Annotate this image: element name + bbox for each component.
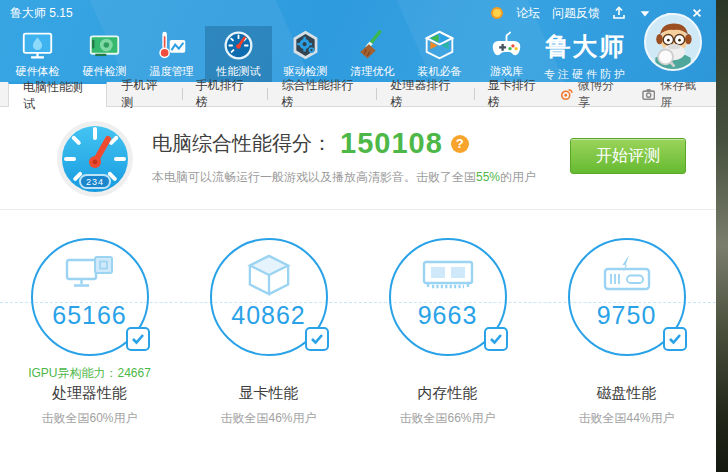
overall-score-label: 电脑综合性能得分： — [152, 130, 332, 157]
brand-slogan: 专注硬件防护 — [544, 67, 628, 82]
memory-score-circle: 9663 — [389, 238, 507, 356]
tab-cpu-ranking[interactable]: 处理器排行榜 — [376, 82, 473, 106]
category-scores-section: 65166 IGPU异构能力：24667 处理器性能 击败全国60%用户 — [0, 210, 716, 472]
memory-beat-text: 击败全国66%用户 — [399, 410, 495, 427]
tab-pc-performance-test[interactable]: 电脑性能测试 — [8, 82, 107, 107]
category-memory: 9663 内存性能 击败全国66%用户 — [358, 238, 537, 427]
gauge-icon: 234 — [56, 120, 134, 198]
close-button[interactable] — [690, 6, 704, 20]
nav-label: 温度管理 — [150, 64, 194, 79]
nav-item-hardware-detect[interactable]: 硬件检测 — [71, 26, 138, 82]
install-box-icon — [423, 29, 456, 62]
category-disk: 9750 磁盘性能 击败全国44%用户 — [537, 238, 716, 427]
share-icon[interactable] — [612, 6, 626, 20]
feedback-link[interactable]: 问题反馈 — [552, 5, 600, 22]
score-description: 本电脑可以流畅运行一般游戏以及播放高清影音。击败了全国55%的用户 — [152, 169, 536, 186]
cpu-beat-text: 击败全国60%用户 — [41, 410, 137, 427]
nav-label: 驱动检测 — [284, 64, 328, 79]
desktop-wallpaper-strip — [716, 0, 728, 472]
brand-name: 鲁大师 — [544, 30, 628, 63]
nav-label: 装机必备 — [418, 64, 462, 79]
check-icon — [126, 327, 150, 351]
cpu-score: 65166 — [52, 301, 127, 330]
save-screenshot-button[interactable]: 保存截屏 — [642, 77, 706, 111]
camera-icon — [642, 87, 655, 101]
gamepad-icon — [490, 29, 523, 62]
cpu-category-name: 处理器性能 — [52, 384, 127, 403]
tab-gpu-ranking[interactable]: 显卡排行榜 — [474, 82, 560, 106]
titlebar: 鲁大师 5.15 论坛 问题反馈 — [0, 0, 716, 26]
nav-item-hardware-checkup[interactable]: 硬件体检 — [4, 26, 71, 82]
nav-label: 清理优化 — [351, 64, 395, 79]
weibo-share-label: 微博分享 — [578, 77, 624, 111]
tab-phone-review[interactable]: 手机评测 — [107, 82, 181, 106]
caret-down-icon[interactable] — [638, 6, 652, 20]
thermometer-chart-icon — [155, 29, 188, 62]
nav-item-game-library[interactable]: 游戏库 — [473, 26, 540, 82]
category-gpu: 40862 显卡性能 击败全国46%用户 — [179, 238, 358, 427]
cube-icon — [245, 253, 293, 297]
start-benchmark-button[interactable]: 开始评测 — [570, 138, 686, 174]
memory-score: 9663 — [418, 301, 478, 330]
igpu-score: IGPU异构能力：24667 — [28, 365, 151, 382]
beat-percent: 55% — [476, 170, 500, 184]
weibo-icon — [560, 87, 573, 101]
tab-phone-ranking[interactable]: 手机排行榜 — [182, 82, 268, 106]
gpu-card-icon — [88, 29, 121, 62]
gpu-score: 40862 — [231, 301, 306, 330]
overall-score-section: 234 电脑综合性能得分： 150108 ? 本电脑可以流畅运行一般游戏以及播放… — [0, 107, 716, 209]
gauge-badge: 234 — [56, 177, 134, 187]
check-icon — [305, 327, 329, 351]
app-window: 鲁大师 5.15 论坛 问题反馈 — [0, 0, 716, 472]
brand: 鲁大师 专注硬件防护 — [544, 30, 628, 82]
nav-label: 硬件检测 — [83, 64, 127, 79]
disk-score: 9750 — [597, 301, 657, 330]
disk-category-name: 磁盘性能 — [597, 384, 657, 403]
disk-icon — [601, 253, 653, 297]
speedometer-icon — [222, 29, 255, 62]
monitor-drop-icon — [21, 29, 54, 62]
nav-item-install-essentials[interactable]: 装机必备 — [406, 26, 473, 82]
disk-score-circle: 9750 — [568, 238, 686, 356]
forum-link[interactable]: 论坛 — [516, 5, 540, 22]
check-icon — [663, 327, 687, 351]
save-screenshot-label: 保存截屏 — [660, 77, 706, 111]
category-cpu: 65166 IGPU异构能力：24667 处理器性能 击败全国60%用户 — [0, 238, 179, 427]
nav-item-performance-test[interactable]: 性能测试 — [205, 26, 272, 82]
gear-hexagon-icon — [289, 29, 322, 62]
gpu-score-circle: 40862 — [210, 238, 328, 356]
header: 鲁大师 5.15 论坛 问题反馈 — [0, 0, 716, 82]
disk-beat-text: 击败全国44%用户 — [578, 410, 674, 427]
screen: 鲁大师 5.15 论坛 问题反馈 — [0, 0, 728, 472]
mascot-avatar — [644, 13, 702, 71]
nav-item-clean-optimize[interactable]: 清理优化 — [339, 26, 406, 82]
mascot-icon — [646, 15, 700, 69]
check-icon — [484, 327, 508, 351]
gpu-beat-text: 击败全国46%用户 — [220, 410, 316, 427]
nav-item-driver-detect[interactable]: 驱动检测 — [272, 26, 339, 82]
nav-label: 游戏库 — [490, 64, 523, 79]
nav-item-temperature[interactable]: 温度管理 — [138, 26, 205, 82]
memory-category-name: 内存性能 — [418, 384, 478, 403]
ram-icon — [422, 253, 474, 297]
weibo-share-button[interactable]: 微博分享 — [560, 77, 624, 111]
nav-label: 性能测试 — [217, 64, 261, 79]
cpu-score-circle: 65166 — [31, 238, 149, 356]
help-icon[interactable]: ? — [451, 135, 469, 153]
medal-icon[interactable] — [490, 6, 504, 20]
window-title: 鲁大师 5.15 — [10, 5, 73, 22]
broom-icon — [356, 29, 389, 62]
tab-bar: 电脑性能测试 手机评测 手机排行榜 综合性能排行榜 处理器排行榜 显卡排行榜 微… — [0, 82, 716, 107]
overall-score-value: 150108 — [340, 129, 443, 158]
gpu-category-name: 显卡性能 — [239, 384, 299, 403]
tab-overall-ranking[interactable]: 综合性能排行榜 — [267, 82, 376, 106]
cpu-monitor-icon — [65, 253, 115, 297]
nav-label: 硬件体检 — [16, 64, 60, 79]
